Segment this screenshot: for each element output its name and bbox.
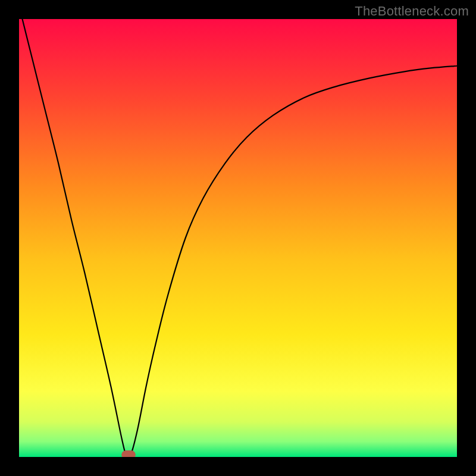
minimum-marker — [121, 450, 136, 457]
plot-area — [19, 19, 457, 457]
watermark-text: TheBottleneck.com — [355, 4, 469, 19]
chart-container: TheBottleneck.com — [0, 0, 476, 476]
gradient-background — [19, 19, 457, 457]
chart-svg — [19, 19, 457, 457]
annotations-layer — [121, 450, 136, 457]
